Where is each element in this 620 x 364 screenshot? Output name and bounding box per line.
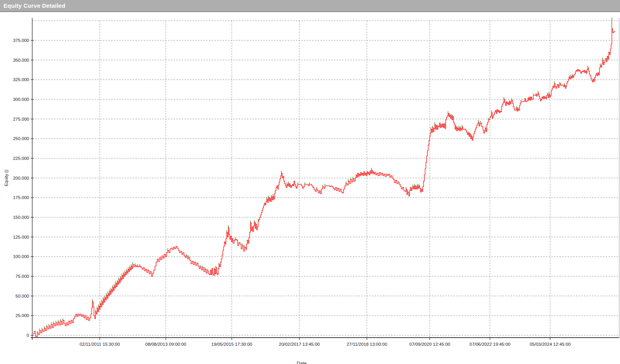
chart-canvas[interactable]: 025.00050.00075.000100.000125.000150.000… [0,13,620,364]
y-tick-label: 75.000 [16,274,29,279]
equity-high-series [37,17,612,333]
equity-low-series [33,29,615,337]
y-tick-label: 175.000 [13,195,29,200]
y-tick-label: 100.000 [13,254,29,259]
y-tick-label: 275.000 [13,117,29,121]
y-tick-label: 350.000 [13,58,29,62]
y-tick-label: 0 [27,333,29,338]
x-tick-label: 07/06/2022 19:45:00 [469,342,511,347]
x-tick-label: 20/02/2017 13:45:00 [279,342,320,347]
x-tick-label: 27/11/2018 13:00:00 [347,342,387,347]
y-tick-label: 225.000 [13,156,29,161]
window-title: Equity Curve Detailed [0,2,65,9]
x-tick-label: 02/11/2011 15:30:00 [80,342,120,347]
y-tick-label: 325.000 [13,77,29,82]
y-tick-label: 375.000 [13,38,29,43]
y-tick-label: 25.000 [16,313,29,318]
y-tick-label: 125.000 [13,235,29,239]
x-tick-label: 08/08/2013 09:00:00 [145,342,186,347]
equity-curve-chart[interactable]: 025.00050.00075.000100.000125.000150.000… [0,13,620,364]
x-tick-label: 07/09/2020 12:45:00 [409,342,450,347]
y-tick-label: 300.000 [13,97,29,102]
y-tick-label: 200.000 [13,176,29,180]
y-tick-label: 250.000 [13,136,29,141]
x-tick-label: 19/05/2015 17:30:00 [211,342,252,347]
title-bar: Equity Curve Detailed [0,0,620,12]
x-tick-label: 05/03/2024 12:45:00 [530,342,571,347]
y-axis-title: Equity () [4,170,9,186]
y-tick-label: 50.000 [16,294,29,298]
y-tick-label: 150.000 [13,215,29,220]
x-axis-title: Date [0,361,603,364]
